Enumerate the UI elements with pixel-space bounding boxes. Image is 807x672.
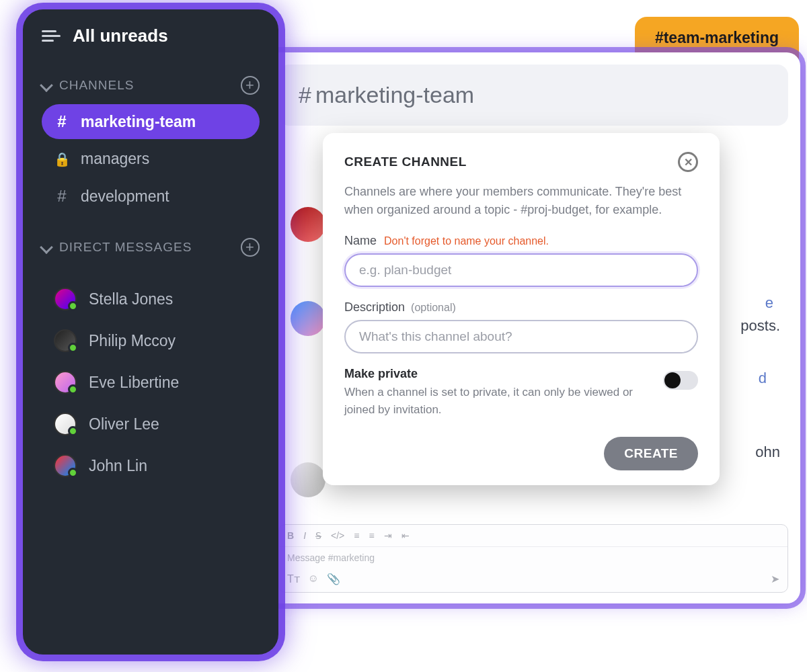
bg-text: ohn (755, 444, 780, 461)
channel-marketing-team[interactable]: # marketing-team (42, 104, 260, 139)
description-field: Description (optional) (344, 300, 698, 353)
avatar (54, 288, 77, 310)
name-label: Name (344, 234, 377, 247)
channel-description-input[interactable] (344, 320, 698, 353)
channel-label: marketing-team (81, 113, 196, 131)
create-button[interactable]: CREATE (604, 437, 698, 470)
channel-managers[interactable]: 🔒 managers (42, 142, 260, 176)
description-label: Description (344, 300, 405, 314)
message-avatar (291, 301, 325, 336)
modal-description: Channels are where your members communic… (344, 183, 698, 219)
chat-header: #marketing-team (278, 65, 788, 126)
dm-eve-libertine[interactable]: Eve Libertine (42, 363, 260, 402)
lock-icon: 🔒 (54, 151, 70, 167)
dm-header[interactable]: DIRECT MESSAGES + (38, 231, 264, 263)
outdent-icon[interactable]: ⇤ (401, 530, 410, 541)
channel-name-input[interactable] (344, 253, 698, 287)
channel-development[interactable]: # development (42, 179, 260, 214)
sidebar: All unreads CHANNELS + # marketing-team … (23, 9, 278, 655)
channels-header-label: CHANNELS (59, 78, 134, 93)
description-sub: (optional) (411, 302, 456, 313)
dm-philip-mccoy[interactable]: Philip Mccoy (42, 321, 260, 360)
dm-section: DIRECT MESSAGES + Stella Jones Philip Mc… (23, 220, 278, 492)
composer-toolbar: B I S̶ </> ≡ ≡ ⇥ ⇤ (279, 525, 787, 547)
presence-dot (68, 468, 78, 478)
message-composer: B I S̶ </> ≡ ≡ ⇥ ⇤ Message #marketing Tᴛ… (278, 524, 788, 593)
unordered-list-icon[interactable]: ≡ (369, 530, 374, 541)
chevron-down-icon (40, 79, 53, 92)
avatar (54, 329, 77, 352)
channels-header[interactable]: CHANNELS + (38, 69, 264, 101)
avatar (54, 454, 77, 477)
bg-text: d (759, 370, 767, 387)
dm-stella-jones[interactable]: Stella Jones (42, 280, 260, 319)
name-hint: Don't forget to name your channel. (384, 235, 549, 247)
bold-icon[interactable]: B (287, 530, 294, 541)
indent-icon[interactable]: ⇥ (384, 530, 392, 541)
strike-icon[interactable]: S̶ (315, 530, 321, 541)
modal-title: CREATE CHANNEL (344, 155, 467, 169)
dm-header-label: DIRECT MESSAGES (59, 240, 192, 255)
avatar (54, 371, 77, 394)
chat-header-title: marketing-team (315, 82, 474, 108)
dm-john-lin[interactable]: John Lin (42, 446, 260, 485)
hash-icon: # (54, 112, 70, 131)
send-icon[interactable]: ➤ (771, 573, 779, 585)
code-icon[interactable]: </> (331, 530, 344, 541)
chevron-down-icon (40, 241, 53, 254)
message-avatar (291, 462, 325, 497)
message-avatar (291, 207, 325, 242)
private-toggle[interactable] (663, 371, 698, 390)
hash-icon: # (54, 187, 70, 206)
attachment-icon[interactable]: 📎 (327, 573, 340, 585)
hash-icon: # (299, 82, 311, 108)
presence-dot (68, 384, 78, 394)
avatar (54, 413, 77, 435)
dm-label: Philip Mccoy (89, 332, 176, 350)
bg-text: e (765, 294, 773, 312)
private-row: Make private When a channel is set to pr… (344, 367, 698, 418)
composer-input[interactable]: Message #marketing (279, 547, 787, 569)
presence-dot (68, 301, 78, 311)
name-field: Name Don't forget to name your channel. (344, 234, 698, 287)
create-channel-modal: CREATE CHANNEL ✕ Channels are where your… (323, 133, 720, 485)
channel-label: managers (81, 150, 149, 168)
ordered-list-icon[interactable]: ≡ (354, 530, 359, 541)
emoji-icon[interactable]: ☺ (308, 573, 319, 585)
private-title: Make private (344, 367, 650, 381)
presence-dot (68, 426, 78, 436)
add-dm-button[interactable]: + (241, 238, 260, 257)
dm-oliver-lee[interactable]: Oliver Lee (42, 405, 260, 444)
bg-text: posts. (740, 317, 780, 335)
private-description: When a channel is set to private, it can… (344, 384, 650, 418)
toggle-knob (664, 372, 681, 388)
dm-label: Eve Libertine (89, 374, 179, 392)
channel-label: development (81, 187, 169, 206)
presence-dot (68, 343, 78, 353)
add-channel-button[interactable]: + (241, 76, 260, 95)
close-icon[interactable]: ✕ (678, 152, 698, 172)
channels-section: CHANNELS + # marketing-team 🔒 managers #… (23, 58, 278, 220)
sidebar-header: All unreads (23, 9, 278, 58)
dm-label: John Lin (89, 457, 147, 475)
dm-label: Stella Jones (89, 290, 173, 308)
text-format-icon[interactable]: Tᴛ (287, 573, 300, 585)
menu-icon[interactable] (42, 30, 61, 42)
dm-label: Oliver Lee (89, 415, 159, 433)
composer-footer: Tᴛ ☺ 📎 ➤ (279, 569, 787, 592)
sidebar-title: All unreads (73, 26, 168, 46)
italic-icon[interactable]: I (303, 530, 306, 541)
